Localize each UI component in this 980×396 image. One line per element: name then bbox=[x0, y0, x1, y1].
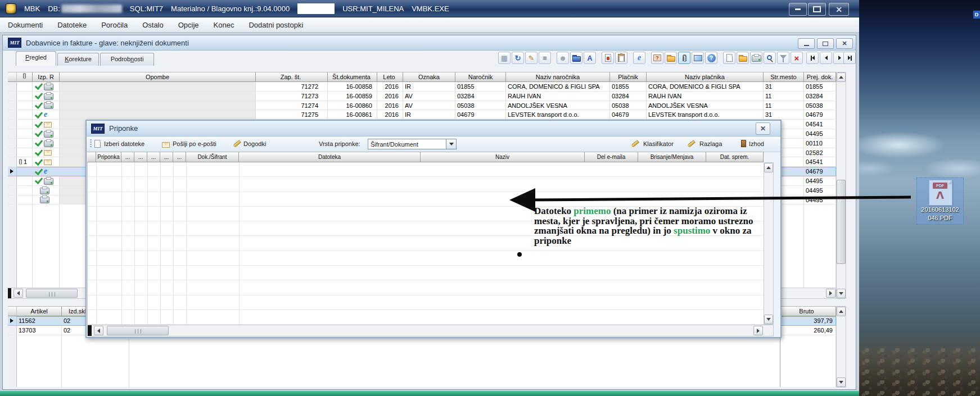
new-record-button[interactable] bbox=[723, 52, 735, 64]
header-leto[interactable]: Leto bbox=[377, 72, 403, 82]
scroll-up-button[interactable] bbox=[837, 72, 846, 82]
scroll-up-button[interactable] bbox=[837, 307, 846, 316]
header-st-dokumenta[interactable]: Št.dokumenta bbox=[328, 72, 377, 82]
clipboard-button[interactable] bbox=[615, 52, 627, 64]
table-row[interactable]: 7127416-00860 2016AV 05038ANDOLJŠEK VESN… bbox=[8, 101, 836, 111]
open-blue-folder-button[interactable] bbox=[570, 52, 582, 64]
scroll-right-button[interactable] bbox=[826, 289, 836, 298]
header-bruto[interactable]: Bruto bbox=[780, 306, 836, 316]
header-artikel[interactable]: Artikel bbox=[17, 306, 62, 316]
down-arrow-icon bbox=[839, 381, 843, 384]
header-priponka[interactable]: Priponka bbox=[96, 152, 121, 162]
minimize-button[interactable] bbox=[789, 3, 807, 16]
dialog-titlebar[interactable]: MIT Priponke bbox=[87, 121, 780, 136]
menu-dokumenti[interactable]: Dokumenti bbox=[8, 21, 43, 29]
help-button[interactable]: ? bbox=[705, 52, 717, 64]
search-button[interactable] bbox=[764, 52, 776, 64]
send-email-button[interactable]: Pošlji po e-pošti bbox=[173, 140, 216, 147]
header-del-emaila[interactable]: Del e-maila bbox=[585, 152, 638, 162]
header-narocnik[interactable]: Naročnik bbox=[455, 72, 506, 82]
menu-konec[interactable]: Konec bbox=[214, 21, 234, 29]
tab-podrobnosti[interactable]: Podrobnosti bbox=[100, 53, 154, 66]
prev-record-button[interactable] bbox=[820, 52, 832, 64]
exit-button[interactable]: Izhod bbox=[749, 140, 764, 147]
attachment-type-select[interactable]: Šifrant/Dokument bbox=[368, 139, 457, 149]
close-icon: ✕ bbox=[760, 125, 766, 133]
child-restore-button[interactable] bbox=[817, 38, 834, 49]
close-button[interactable]: ✕ bbox=[829, 3, 849, 16]
grid-view-button[interactable]: ▦ bbox=[498, 52, 511, 64]
select-files-button[interactable]: Izberi datoteke bbox=[104, 140, 144, 147]
tab-pregled[interactable]: Pregled bbox=[16, 51, 56, 66]
items-vscrollbar[interactable] bbox=[836, 306, 846, 388]
header-attachment[interactable] bbox=[17, 72, 33, 82]
dialog-hscrollbar[interactable] bbox=[87, 325, 774, 336]
header-naziv-narocnika[interactable]: Naziv naročnika bbox=[506, 72, 610, 82]
header-brisanje-menjava[interactable]: Brisanje/Menjava bbox=[638, 152, 706, 162]
preview-button[interactable] bbox=[692, 52, 704, 64]
folders-button[interactable] bbox=[665, 52, 677, 64]
header-opombe[interactable]: Opombe bbox=[60, 72, 256, 82]
refresh-button[interactable]: ↻ bbox=[512, 52, 524, 64]
scroll-down-button[interactable] bbox=[837, 377, 846, 387]
scroll-right-button[interactable] bbox=[753, 326, 763, 335]
pdf-file-label[interactable]: 20160613102 046.PDF bbox=[916, 206, 964, 222]
user-button[interactable]: ☻ bbox=[557, 52, 569, 64]
table-row[interactable]: 7127316-00859 2016AV 03284RAUH IVAN 0328… bbox=[8, 92, 836, 101]
header-dok-sifrant[interactable]: Dok./Šifrant bbox=[186, 152, 239, 162]
filter-button[interactable] bbox=[777, 52, 789, 64]
menu-dodatni-postopki[interactable]: Dodatni postopki bbox=[249, 21, 303, 29]
child-minimize-button[interactable] bbox=[798, 38, 815, 49]
scroll-left-button[interactable] bbox=[13, 289, 23, 298]
table-row[interactable]: 7127216-00858 2016IR 01855CORA, DOMENICO… bbox=[8, 82, 836, 92]
highlight-primemo: primemo bbox=[573, 206, 611, 216]
header-datoteka[interactable]: Datoteka bbox=[239, 152, 421, 162]
dialog-close-button[interactable]: ✕ bbox=[756, 122, 770, 135]
first-record-button[interactable] bbox=[806, 52, 819, 64]
font-button[interactable]: A bbox=[584, 52, 596, 64]
classifier-button[interactable]: Klasifikator bbox=[643, 140, 674, 147]
vscroll-thumb[interactable] bbox=[837, 180, 846, 264]
events-button[interactable]: Dogodki bbox=[243, 140, 266, 147]
list-button[interactable]: ≡ bbox=[539, 52, 551, 64]
open-button[interactable] bbox=[737, 52, 749, 64]
partial-desktop-item[interactable]: D bbox=[973, 11, 980, 19]
scroll-left-button[interactable] bbox=[94, 326, 103, 335]
scroll-down-button[interactable] bbox=[764, 315, 773, 324]
header-str-mesto[interactable]: Str.mesto bbox=[764, 72, 804, 82]
browser-button[interactable]: e bbox=[633, 52, 645, 64]
hscroll-thumb[interactable] bbox=[107, 326, 169, 335]
explanation-button[interactable]: Razlaga bbox=[699, 140, 722, 147]
person-icon: ☻ bbox=[559, 54, 567, 62]
last-record-button[interactable] bbox=[843, 52, 856, 64]
header-dat-sprem[interactable]: Dat. sprem. bbox=[706, 152, 764, 162]
print-button[interactable] bbox=[750, 52, 762, 64]
menu-ostalo[interactable]: Ostalo bbox=[142, 21, 164, 29]
menu-datoteke[interactable]: Datoteke bbox=[57, 21, 87, 29]
attachments-button[interactable] bbox=[678, 52, 690, 64]
pdf-export-button[interactable] bbox=[602, 52, 614, 64]
restore-icon bbox=[823, 42, 828, 46]
header-naziv[interactable]: Naziv bbox=[421, 152, 585, 162]
edit-button[interactable]: ✎ bbox=[525, 52, 538, 64]
scroll-up-button[interactable] bbox=[764, 163, 773, 172]
dialog-vscrollbar[interactable] bbox=[764, 162, 774, 325]
menu-opcije[interactable]: Opcije bbox=[178, 21, 199, 29]
delete-button[interactable]: × bbox=[791, 52, 803, 64]
help-box-button[interactable]: ? bbox=[651, 52, 663, 64]
header-zap-st[interactable]: Zap. št. bbox=[256, 72, 328, 82]
hscroll-thumb[interactable] bbox=[26, 289, 78, 298]
header-placnik[interactable]: Plačnik bbox=[610, 72, 647, 82]
header-prej-dok[interactable]: Prej. dok. bbox=[804, 72, 836, 82]
table-row[interactable]: e 7127516-00861 2016IR 04679LEVSTEK tran… bbox=[8, 110, 836, 120]
child-close-button[interactable]: ✕ bbox=[836, 38, 853, 49]
header-izp-r[interactable]: Izp. R bbox=[33, 72, 60, 82]
header-oznaka[interactable]: Oznaka bbox=[403, 72, 455, 82]
header-naziv-placnika[interactable]: Naziv plačnika bbox=[647, 72, 764, 82]
scroll-down-button[interactable] bbox=[837, 289, 846, 298]
maximize-button[interactable] bbox=[808, 3, 826, 16]
menu-porocila[interactable]: Poročila bbox=[101, 21, 128, 29]
tab-korekture[interactable]: Korekture bbox=[57, 53, 99, 66]
envelope-icon bbox=[44, 122, 52, 128]
dropdown-button[interactable] bbox=[446, 139, 456, 149]
